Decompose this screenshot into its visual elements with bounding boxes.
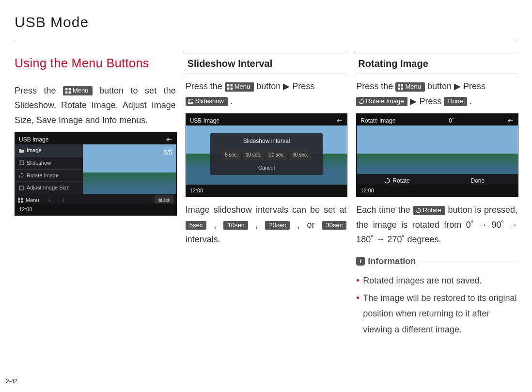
text: .: [230, 96, 233, 106]
title-rule: [15, 39, 517, 39]
rotate-button-label: Rotate: [413, 206, 445, 215]
shot-footer: 12:00: [15, 204, 176, 216]
rotate-instructions: Press the Menu button ▶ Press Rotate Ima…: [356, 79, 517, 109]
text: Press the: [186, 81, 225, 91]
svg-rect-21: [401, 84, 403, 86]
page-title: USB Mode: [15, 10, 517, 34]
label: Adjust Image Size: [27, 183, 70, 192]
rotate-icon: [19, 173, 24, 178]
shot-title: USB Image: [19, 135, 48, 144]
dialog-title: Slideshow interval: [213, 136, 320, 146]
text: ▶ Press: [410, 96, 444, 106]
menu-heading: Image: [15, 144, 83, 157]
text: Image slideshow intervals can be set at: [186, 205, 347, 215]
column-3: Rotating Image Press the Menu button ▶ P…: [356, 53, 517, 339]
label-text: Slideshow: [195, 97, 224, 106]
option-5sec[interactable]: 5 sec.: [222, 149, 241, 160]
back-icon: [507, 118, 514, 123]
text: intervals.: [186, 235, 220, 244]
label-text: Rotate: [423, 206, 441, 215]
label-text: Menu: [235, 83, 250, 91]
svg-rect-20: [398, 84, 400, 86]
label-20sec: 20sec: [265, 221, 290, 230]
grid-icon: [18, 198, 23, 203]
svg-rect-13: [21, 201, 23, 203]
heading-rotating-image: Rotating Image: [356, 53, 517, 74]
grid-icon: [65, 88, 71, 94]
bullet-2: The image will be restored to its origin…: [356, 290, 517, 337]
column-2: Slideshow Interval Press the Menu button…: [186, 53, 347, 339]
shot-angle: 0˚: [449, 116, 454, 125]
bullet-1: Rotated images are not saved.: [356, 273, 517, 288]
heading-using-menu-buttons: Using the Menu Buttons: [15, 53, 176, 74]
info-icon: i: [356, 257, 365, 266]
shot-title: USB Image: [190, 116, 219, 125]
label-5sec: 5sec: [186, 221, 206, 230]
svg-point-19: [188, 100, 189, 101]
option-10sec[interactable]: 10 sec.: [243, 149, 264, 160]
slideshow-button-label: Slideshow: [186, 97, 228, 106]
screenshot-slideshow-interval: USB Image Slideshow interval 5 sec. 10 s…: [186, 113, 348, 197]
intro-paragraph: Press the Menu button to set the Slidesh…: [15, 83, 176, 128]
svg-rect-1: [69, 88, 71, 90]
svg-rect-12: [18, 201, 20, 203]
resize-icon: [19, 186, 24, 190]
svg-rect-2: [65, 92, 67, 94]
menu-item-rotate[interactable]: Rotate Image: [15, 170, 83, 182]
shot-time: 12:00: [19, 206, 32, 212]
text: Each time the: [356, 205, 413, 215]
label-10sec: 10sec: [223, 221, 248, 230]
info-label: Information: [368, 254, 416, 269]
label-30sec: 30sec: [322, 221, 347, 230]
rotate-description: Each time the Rotate button is pressed, …: [356, 203, 517, 247]
info-bullets: Rotated images are not saved. The image …: [356, 273, 517, 338]
svg-rect-22: [398, 87, 400, 89]
column-1: Using the Menu Buttons Press the Menu bu…: [15, 53, 176, 339]
svg-rect-11: [21, 198, 23, 200]
slideshow-instructions: Press the Menu button ▶ Press Slideshow …: [186, 79, 347, 109]
label: Slideshow: [27, 158, 51, 168]
image-icon: [188, 99, 193, 104]
label: Rotate Image: [27, 171, 59, 180]
interval-options: 5 sec. 10 sec. 20 sec. 30 sec.: [213, 149, 320, 160]
svg-rect-16: [227, 87, 229, 89]
divider: [419, 262, 517, 262]
menu-button-label: Menu: [63, 86, 93, 95]
screenshot-rotate-image: Rotate Image 0˚ Rotate Done 12:00: [356, 113, 518, 197]
text: button ▶ Press: [256, 81, 314, 91]
menu-button-label: Menu: [225, 82, 254, 92]
heading-slideshow-interval: Slideshow Interval: [186, 53, 347, 74]
svg-rect-4: [19, 161, 24, 165]
option-20sec[interactable]: 20 sec.: [266, 149, 287, 160]
folder-icon: [19, 148, 24, 153]
information-heading: i Information: [356, 254, 517, 269]
label-text: Rotate Image: [366, 97, 404, 106]
grid-icon: [227, 84, 233, 90]
image-icon: [19, 160, 24, 165]
rotate-icon: [384, 178, 390, 184]
interval-description: Image slideshow intervals can be set at …: [186, 203, 347, 247]
rotate-icon: [416, 208, 421, 213]
interval-dialog: Slideshow interval 5 sec. 10 sec. 20 sec…: [210, 133, 323, 175]
done-button-label: Done: [444, 97, 467, 106]
shot-title: Rotate Image: [360, 116, 395, 125]
svg-rect-14: [227, 84, 229, 86]
shot-footer: 12:00: [357, 185, 518, 197]
image-count: 5/5: [164, 147, 172, 158]
menu-item-slideshow[interactable]: Slideshow: [15, 157, 83, 170]
content-columns: Using the Menu Buttons Press the Menu bu…: [15, 53, 517, 339]
svg-rect-6: [19, 186, 23, 190]
svg-rect-17: [230, 87, 232, 89]
text: Press the: [15, 86, 63, 95]
shot-time: 12:00: [360, 188, 374, 193]
text: button ▶ Press: [427, 81, 485, 91]
text: .: [469, 96, 472, 106]
cancel-button[interactable]: Cancel: [213, 163, 320, 172]
svg-rect-15: [230, 84, 232, 86]
back-icon: [336, 118, 343, 123]
menu-item-adjust-size[interactable]: Adjust Image Size: [15, 182, 83, 194]
back-icon: [166, 137, 172, 142]
grid-icon: [398, 84, 403, 90]
svg-rect-0: [65, 88, 67, 90]
option-30sec[interactable]: 30 sec.: [289, 149, 311, 160]
